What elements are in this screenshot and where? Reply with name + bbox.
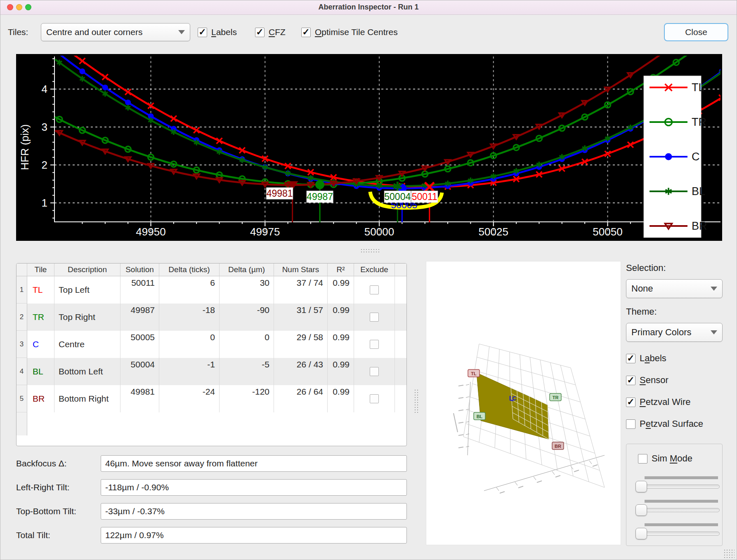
filler-cell <box>395 385 406 412</box>
theme-dropdown[interactable]: Primary Colors <box>626 323 723 342</box>
sim-slider-3[interactable] <box>637 532 720 536</box>
column-header[interactable]: R² <box>328 264 354 276</box>
svg-text:3: 3 <box>42 121 47 133</box>
svg-text:TL: TL <box>471 371 477 376</box>
tiles-label: Tiles: <box>8 23 28 41</box>
view-checkbox-petzval-surface-label: Petzval Surface <box>640 419 703 429</box>
column-header[interactable]: Description <box>54 264 120 276</box>
sensor-3d-panel[interactable]: TL TR BL BRC <box>426 261 621 545</box>
table-row[interactable]: 5 BR Bottom Right 49981 -24 -120 26 / 64… <box>17 385 406 412</box>
view-checkbox-sensor-label: Sensor <box>640 375 668 386</box>
view-checkbox-labels[interactable]: ✓ Labels <box>626 349 666 367</box>
checkbox-icon[interactable] <box>626 419 635 429</box>
checkbox-icon[interactable] <box>638 454 647 464</box>
view-checkbox-petzval-surface[interactable]: Petzval Surface <box>626 415 703 433</box>
tiles-dropdown[interactable]: Centre and outer corners <box>41 23 190 41</box>
slider-thumb[interactable] <box>635 481 647 492</box>
checkbox-icon[interactable]: ✓ <box>626 398 635 407</box>
delta-ticks-value: -18 <box>159 304 220 331</box>
tile-description: Top Left <box>54 276 120 304</box>
filler-cell <box>395 358 406 385</box>
exclude-checkbox[interactable] <box>370 285 379 294</box>
column-header[interactable]: Num Stars <box>274 264 328 276</box>
r-squared-value: 0.99 <box>328 358 354 385</box>
row-gutter-empty <box>17 412 27 435</box>
svg-text:TR: TR <box>692 116 706 128</box>
field-value-box[interactable]: -33µm / -0.37% <box>101 503 407 520</box>
sim-mode-checkbox[interactable]: Sim Mode <box>638 453 692 464</box>
r-squared-value: 0.99 <box>328 331 354 358</box>
column-header[interactable]: Delta (ticks) <box>159 264 220 276</box>
exclude-checkbox[interactable] <box>370 313 379 322</box>
field-value-box[interactable]: -118µm / -0.90% <box>101 479 407 496</box>
theme-label: Theme: <box>626 306 657 317</box>
slider-tickbar <box>645 476 718 479</box>
checkbox-icon[interactable]: ✓ <box>301 28 311 37</box>
field-value-box[interactable]: 46µm. Move sensor away from flattener <box>101 455 407 472</box>
resize-grip[interactable] <box>723 549 735 558</box>
chevron-down-icon <box>711 330 717 334</box>
toolbar-checkbox-optimise-tile-centres[interactable]: ✓ Optimise Tile Centres <box>301 23 398 41</box>
view-checkbox-petzval-wire[interactable]: ✓ Petzval Wire <box>626 393 690 411</box>
tile-badge-br: BR <box>552 442 564 449</box>
svg-text:TR: TR <box>553 395 559 400</box>
field-label: Top-Bottom Tilt: <box>16 503 76 520</box>
filler-cell <box>395 331 406 358</box>
table-row[interactable]: 2 TR Top Right 49987 -18 -90 31 / 57 0.9… <box>17 304 406 331</box>
exclude-checkbox[interactable] <box>370 340 379 349</box>
exclude-checkbox[interactable] <box>370 367 379 376</box>
view-checkbox-petzval-wire-label: Petzval Wire <box>640 397 690 407</box>
r-squared-value: 0.99 <box>328 276 354 304</box>
row-number: 1 <box>17 276 27 304</box>
chart-legend: TLTRCBLBR <box>644 76 707 238</box>
slider-thumb[interactable] <box>635 528 647 539</box>
tile-code: BL <box>27 358 54 385</box>
toolbar-checkbox-optimise-tile-centres-label: Optimise Tile Centres <box>315 27 398 37</box>
selection-label: Selection: <box>626 263 666 273</box>
column-header[interactable]: Solution <box>120 264 159 276</box>
toolbar-checkbox-labels[interactable]: ✓ Labels <box>198 23 237 41</box>
r-squared-value: 0.99 <box>328 304 354 331</box>
table-row[interactable]: 3 C Centre 50005 0 0 29 / 58 0.99 <box>17 331 406 358</box>
tile-description: Bottom Right <box>54 385 120 412</box>
checkbox-icon[interactable]: ✓ <box>626 354 635 363</box>
svg-text:TL: TL <box>692 81 705 94</box>
focus-curve-chart: 49950499755000050025500501234HFR (pix)50… <box>16 54 722 241</box>
tile-code: C <box>27 331 54 358</box>
chevron-down-icon <box>711 287 717 291</box>
checkbox-icon[interactable]: ✓ <box>626 376 635 385</box>
row-gutter-header <box>17 264 27 276</box>
column-header[interactable]: Exclude <box>354 264 395 276</box>
sim-slider-2[interactable] <box>637 508 720 512</box>
table-row[interactable]: 1 TL Top Left 50011 6 30 37 / 74 0.99 <box>17 276 406 304</box>
toolbar-checkbox-cfz-label: CFZ <box>269 27 286 37</box>
delta-um-value: -5 <box>220 358 274 385</box>
tile-description: Top Right <box>54 304 120 331</box>
close-button[interactable]: Close <box>664 23 728 41</box>
slider-thumb[interactable] <box>635 504 647 516</box>
checkbox-icon[interactable]: ✓ <box>255 28 265 37</box>
row-number: 5 <box>17 385 27 412</box>
toolbar-checkbox-cfz[interactable]: ✓ CFZ <box>255 23 286 41</box>
column-header[interactable]: Delta (µm) <box>220 264 274 276</box>
table-row[interactable]: 4 BL Bottom Left 50004 -1 -5 26 / 43 0.9… <box>17 358 406 385</box>
tile-badge-tr: TR <box>550 393 561 401</box>
exclude-cell <box>354 385 395 412</box>
field-value-box[interactable]: 122µm / 0.97% <box>101 527 407 544</box>
filler-cell <box>395 304 406 331</box>
sim-slider-1[interactable] <box>637 485 720 489</box>
delta-ticks-value: 6 <box>159 276 220 304</box>
view-checkbox-sensor[interactable]: ✓ Sensor <box>626 371 668 389</box>
horizontal-splitter[interactable] <box>360 248 379 253</box>
column-header[interactable]: Tile <box>27 264 54 276</box>
exclude-checkbox[interactable] <box>370 394 379 403</box>
row-number: 3 <box>17 331 27 358</box>
solution-value: 50004 <box>120 358 159 385</box>
selection-dropdown[interactable]: None <box>626 279 723 298</box>
checkbox-icon[interactable]: ✓ <box>198 28 207 37</box>
slider-tickbar <box>645 523 718 526</box>
exclude-cell <box>354 331 395 358</box>
table-empty-row <box>17 412 406 435</box>
chevron-down-icon <box>178 30 185 34</box>
vertical-splitter[interactable] <box>414 389 418 414</box>
